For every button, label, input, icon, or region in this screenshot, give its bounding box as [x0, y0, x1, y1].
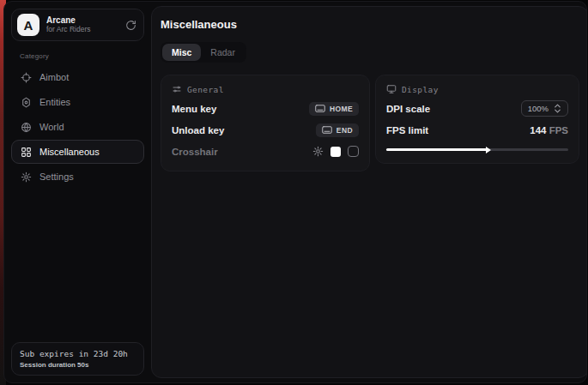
fps-limit-label: FPS limit [386, 125, 428, 135]
crosshair-icon [21, 72, 32, 83]
app-name: Arcane [46, 15, 118, 26]
fps-limit-slider-fill[interactable] [386, 148, 487, 151]
page-title: Miscellaneous [161, 18, 579, 31]
menu-key-row: Menu key HOME [172, 98, 359, 119]
crosshair-color-swatch[interactable] [330, 147, 341, 157]
sidebar-item-label: Aimbot [39, 72, 69, 82]
brand-card: A Arcane for Arc Riders [11, 9, 144, 41]
sidebar-item-label: Settings [39, 171, 74, 182]
sidebar-item-world[interactable]: World [11, 115, 144, 139]
menu-key-label: Menu key [172, 104, 216, 114]
general-card-title: General [187, 85, 224, 94]
sidebar-item-aimbot[interactable]: Aimbot [11, 65, 144, 89]
sidebar-item-label: Entities [39, 97, 70, 107]
sidebar: A Arcane for Arc Riders Category Aimbot [4, 2, 151, 382]
scan-icon [21, 97, 32, 108]
sidebar-item-miscellaneous[interactable]: Miscellaneous [11, 140, 144, 164]
sidebar-item-label: World [39, 122, 64, 132]
menu-key-bind[interactable]: HOME [309, 102, 359, 116]
tab-bar: Misc Radar [161, 42, 246, 63]
globe-icon [21, 122, 32, 133]
sliders-icon [172, 84, 182, 94]
unload-key-label: Unload key [172, 125, 224, 135]
settings-panels: General Menu key HOME [161, 75, 579, 171]
category-nav: Aimbot Entities World [11, 65, 144, 189]
fps-limit-value: 144 FPS [530, 125, 568, 135]
main-panel: Miscellaneous Misc Radar General [151, 6, 587, 378]
sidebar-item-label: Miscellaneous [39, 147, 100, 157]
dpi-scale-row: DPI scale 100% [386, 98, 568, 119]
sub-expiry-text: Sub expires in 23d 20h [20, 349, 136, 358]
crosshair-checkbox[interactable] [348, 146, 359, 157]
main-area: Miscellaneous Misc Radar General [151, 2, 587, 382]
app-subtitle: for Arc Riders [46, 26, 118, 34]
tab-radar[interactable]: Radar [201, 44, 245, 61]
refresh-icon[interactable] [125, 20, 136, 31]
tab-misc[interactable]: Misc [162, 44, 201, 61]
keyboard-icon [322, 126, 332, 134]
category-label: Category [20, 52, 144, 60]
display-card-title: Display [402, 85, 439, 94]
fps-limit-slider[interactable] [386, 148, 568, 151]
subscription-card: Sub expires in 23d 20h Session duration … [11, 342, 144, 376]
sidebar-item-settings[interactable]: Settings [11, 165, 144, 189]
app-window: A Arcane for Arc Riders Category Aimbot [3, 1, 587, 383]
monitor-icon [386, 84, 397, 94]
app-logo: A [17, 14, 39, 36]
keyboard-icon [315, 105, 325, 112]
sidebar-item-entities[interactable]: Entities [11, 90, 144, 114]
fps-limit-row: FPS limit 144 FPS [386, 119, 568, 141]
session-duration-text: Session duration 50s [20, 361, 136, 369]
gear-icon [21, 171, 32, 183]
crosshair-row: Crosshair [172, 141, 359, 162]
crosshair-label: Crosshair [172, 147, 218, 157]
crosshair-settings-gear-icon[interactable] [312, 146, 324, 157]
general-card: General Menu key HOME [161, 75, 370, 171]
chevrons-up-down-icon [554, 104, 561, 113]
dpi-scale-label: DPI scale [386, 104, 430, 114]
dpi-scale-select[interactable]: 100% [521, 100, 568, 117]
unload-key-bind[interactable]: END [316, 123, 359, 137]
display-card: Display DPI scale 100% [375, 75, 579, 164]
unload-key-row: Unload key END [172, 119, 359, 141]
grid-icon [21, 147, 32, 158]
